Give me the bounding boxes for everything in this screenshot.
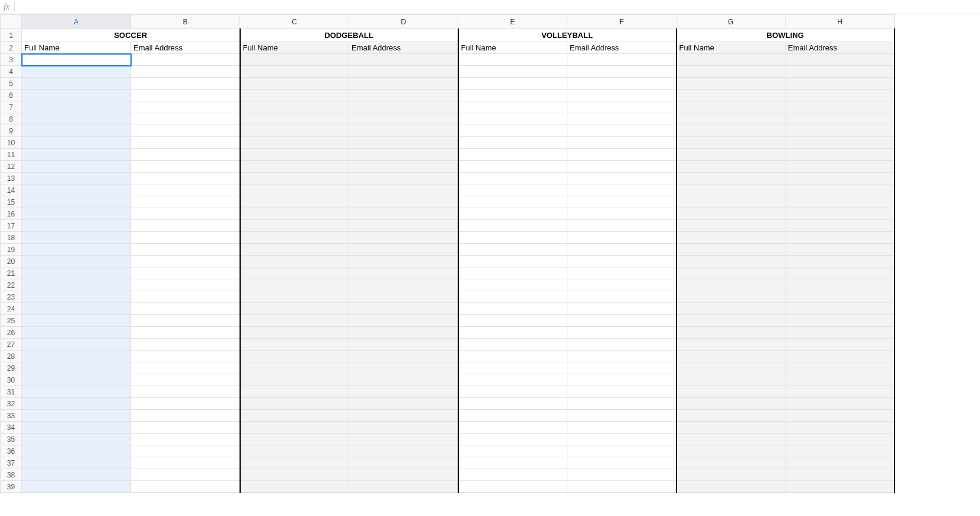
cell-G-17[interactable]: [676, 220, 786, 232]
cell-H-39[interactable]: [786, 481, 895, 493]
row-header-27[interactable]: 27: [1, 339, 22, 351]
cell-E-20[interactable]: [458, 256, 567, 267]
row-header-30[interactable]: 30: [1, 374, 22, 386]
cell-C-27[interactable]: [240, 339, 349, 351]
cell-D-35[interactable]: [349, 434, 458, 445]
cell-E-6[interactable]: [458, 90, 567, 101]
cell-D-23[interactable]: [349, 291, 458, 303]
cell-G-31[interactable]: [676, 386, 786, 398]
cell-G-25[interactable]: [676, 315, 786, 327]
cell-H-9[interactable]: [786, 125, 895, 137]
cell-E-15[interactable]: [458, 196, 567, 208]
cell-E-33[interactable]: [458, 410, 567, 422]
cell-F-18[interactable]: [567, 232, 676, 244]
cell-H-28[interactable]: [786, 351, 895, 362]
cell-F-31[interactable]: [567, 386, 676, 398]
cell-F-33[interactable]: [567, 410, 676, 422]
cell-D-21[interactable]: [349, 267, 458, 279]
cell-A-14[interactable]: [22, 184, 131, 196]
cell-B-31[interactable]: [131, 386, 240, 398]
cell-G-16[interactable]: [676, 208, 786, 220]
cell-D-5[interactable]: [349, 78, 458, 90]
cell-G-3[interactable]: [676, 54, 786, 66]
cell-G-18[interactable]: [676, 232, 786, 244]
cell-F-20[interactable]: [567, 256, 676, 267]
cell-G-15[interactable]: [676, 196, 786, 208]
row-header-8[interactable]: 8: [1, 113, 22, 125]
row-header-1[interactable]: 1: [1, 29, 22, 42]
cell-B-16[interactable]: [131, 208, 240, 220]
cell-B-32[interactable]: [131, 398, 240, 410]
cell-E-28[interactable]: [458, 351, 567, 362]
cell-F-38[interactable]: [567, 469, 676, 481]
cell-A-38[interactable]: [22, 469, 131, 481]
cell-C-37[interactable]: [240, 457, 349, 469]
cell-H-20[interactable]: [786, 256, 895, 267]
cell-D-7[interactable]: [349, 101, 458, 113]
cell-A-12[interactable]: [22, 161, 131, 173]
cell-F-39[interactable]: [567, 481, 676, 493]
cell-D-16[interactable]: [349, 208, 458, 220]
cell-D-22[interactable]: [349, 279, 458, 291]
cell-B-25[interactable]: [131, 315, 240, 327]
cell-F-30[interactable]: [567, 374, 676, 386]
cell-H-8[interactable]: [786, 113, 895, 125]
cell-A-23[interactable]: [22, 291, 131, 303]
cell-A-27[interactable]: [22, 339, 131, 351]
cell-G-32[interactable]: [676, 398, 786, 410]
cell-C-34[interactable]: [240, 422, 349, 434]
cell-B-22[interactable]: [131, 279, 240, 291]
cell-C-23[interactable]: [240, 291, 349, 303]
select-all-corner[interactable]: [1, 15, 22, 29]
cell-E-23[interactable]: [458, 291, 567, 303]
row-header-26[interactable]: 26: [1, 327, 22, 339]
cell-A-22[interactable]: [22, 279, 131, 291]
cell-H-24[interactable]: [786, 303, 895, 315]
cell-F-14[interactable]: [567, 184, 676, 196]
cell-D-18[interactable]: [349, 232, 458, 244]
cell-E-39[interactable]: [458, 481, 567, 493]
cell-F-24[interactable]: [567, 303, 676, 315]
cell-B-38[interactable]: [131, 469, 240, 481]
row-header-38[interactable]: 38: [1, 469, 22, 481]
cell-G-38[interactable]: [676, 469, 786, 481]
cell-E-30[interactable]: [458, 374, 567, 386]
cell-D-19[interactable]: [349, 244, 458, 256]
cell-C-35[interactable]: [240, 434, 349, 445]
cell-C-9[interactable]: [240, 125, 349, 137]
cell-E-16[interactable]: [458, 208, 567, 220]
cell-C-17[interactable]: [240, 220, 349, 232]
cell-D-10[interactable]: [349, 137, 458, 149]
cell-C-25[interactable]: [240, 315, 349, 327]
cell-A-28[interactable]: [22, 351, 131, 362]
row-header-4[interactable]: 4: [1, 66, 22, 78]
row-header-25[interactable]: 25: [1, 315, 22, 327]
cell-H-16[interactable]: [786, 208, 895, 220]
cell-G-27[interactable]: [676, 339, 786, 351]
cell-F-32[interactable]: [567, 398, 676, 410]
cell-A-19[interactable]: [22, 244, 131, 256]
cell-E-32[interactable]: [458, 398, 567, 410]
column-header-e[interactable]: E: [458, 15, 567, 29]
cell-B-6[interactable]: [131, 90, 240, 101]
row-header-16[interactable]: 16: [1, 208, 22, 220]
cell-H-13[interactable]: [786, 173, 895, 184]
cell-H-10[interactable]: [786, 137, 895, 149]
cell-D-11[interactable]: [349, 149, 458, 161]
cell-F-9[interactable]: [567, 125, 676, 137]
cell-G-6[interactable]: [676, 90, 786, 101]
cell-D-8[interactable]: [349, 113, 458, 125]
cell-E-10[interactable]: [458, 137, 567, 149]
cell-G-12[interactable]: [676, 161, 786, 173]
cell-F-37[interactable]: [567, 457, 676, 469]
cell-H-14[interactable]: [786, 184, 895, 196]
cell-D-15[interactable]: [349, 196, 458, 208]
row-header-13[interactable]: 13: [1, 173, 22, 184]
cell-A-4[interactable]: [22, 66, 131, 78]
cell-C-14[interactable]: [240, 184, 349, 196]
cell-F-16[interactable]: [567, 208, 676, 220]
cell-G-4[interactable]: [676, 66, 786, 78]
column-header-a[interactable]: A: [22, 15, 131, 29]
cell-C-31[interactable]: [240, 386, 349, 398]
cell-D-34[interactable]: [349, 422, 458, 434]
